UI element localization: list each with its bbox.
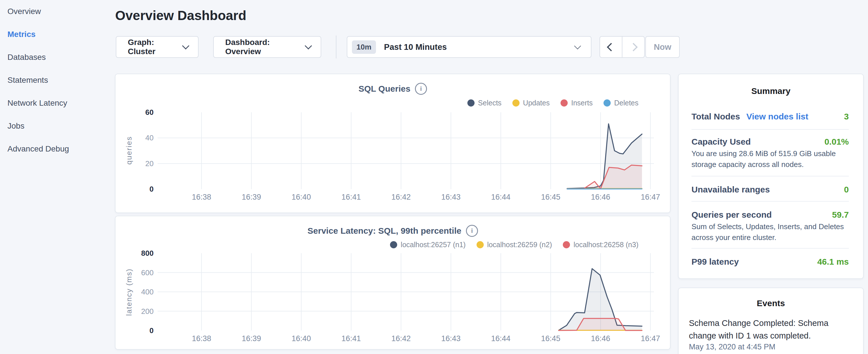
x-tick-label: 16:39 bbox=[234, 334, 269, 343]
legend-dot-icon bbox=[563, 241, 570, 248]
sidebar-item-jobs[interactable]: Jobs bbox=[0, 115, 115, 137]
prev-range-button[interactable] bbox=[600, 37, 622, 57]
legend-dot-icon bbox=[390, 241, 397, 248]
chart-legend: localhost:26257 (n1)localhost:26259 (n2)… bbox=[390, 240, 639, 249]
x-tick-label: 16:41 bbox=[334, 334, 368, 343]
legend-dot-icon bbox=[560, 99, 568, 106]
x-tick-label: 16:44 bbox=[484, 334, 518, 343]
summary-row-unavailable: Unavailable ranges0 bbox=[691, 183, 849, 196]
events-title: Events bbox=[679, 298, 863, 308]
now-button[interactable]: Now bbox=[645, 36, 680, 58]
x-tick-label: 16:42 bbox=[384, 193, 418, 202]
sidebar: OverviewMetricsDatabasesStatementsNetwor… bbox=[0, 0, 115, 160]
summary-row-qps: Queries per second59.7 bbox=[691, 208, 849, 221]
x-tick-label: 16:43 bbox=[434, 193, 468, 202]
summary-row-total-nodes: Total NodesView nodes list3 bbox=[691, 110, 849, 123]
y-tick-label: 0 bbox=[116, 326, 154, 335]
y-tick-label: 40 bbox=[116, 133, 154, 142]
chart-plot-area[interactable] bbox=[158, 112, 654, 189]
sql-queries-chart-card: SQL Queries i SelectsUpdatesInsertsDelet… bbox=[115, 74, 671, 213]
summary-title: Summary bbox=[679, 86, 863, 96]
x-tick-label: 16:40 bbox=[284, 334, 318, 343]
x-tick-label: 16:46 bbox=[584, 193, 618, 202]
x-tick-label: 16:42 bbox=[384, 334, 418, 343]
events-panel: Events Schema Change Completed: Schema c… bbox=[678, 288, 864, 354]
sidebar-item-databases[interactable]: Databases bbox=[0, 46, 115, 69]
chart-title: SQL Queries bbox=[359, 84, 410, 94]
info-icon[interactable]: i bbox=[415, 83, 427, 95]
x-tick-label: 16:41 bbox=[334, 193, 368, 202]
total-nodes-label: Total Nodes bbox=[691, 112, 740, 121]
next-range-button[interactable] bbox=[622, 37, 644, 57]
y-tick-label: 20 bbox=[116, 159, 154, 168]
legend-item: Deletes bbox=[603, 99, 639, 107]
capacity-value: 0.01% bbox=[825, 135, 849, 148]
view-nodes-list-link[interactable]: View nodes list bbox=[746, 112, 808, 121]
y-tick-label: 800 bbox=[116, 249, 154, 258]
sidebar-item-network-latency[interactable]: Network Latency bbox=[0, 92, 115, 115]
chart-legend: SelectsUpdatesInsertsDeletes bbox=[467, 99, 639, 107]
legend-item: localhost:26257 (n1) bbox=[390, 240, 466, 249]
y-tick-label: 600 bbox=[116, 268, 154, 277]
graph-scope-label: Graph: Cluster bbox=[128, 38, 183, 56]
capacity-label: Capacity Used bbox=[691, 137, 751, 147]
summary-row-p99: P99 latency46.1 ms bbox=[691, 255, 849, 268]
x-tick-label: 16:47 bbox=[633, 334, 668, 343]
divider bbox=[691, 129, 849, 130]
legend-item: Selects bbox=[467, 99, 501, 107]
chevron-down-icon bbox=[574, 42, 581, 49]
sidebar-item-metrics[interactable]: Metrics bbox=[0, 23, 115, 46]
legend-dot-icon bbox=[603, 99, 611, 106]
graph-scope-dropdown[interactable]: Graph: Cluster bbox=[116, 36, 198, 58]
dashboard-dropdown[interactable]: Dashboard: Overview bbox=[213, 36, 321, 58]
summary-row-capacity: Capacity Used0.01% bbox=[691, 135, 849, 148]
y-tick-label: 200 bbox=[116, 307, 154, 316]
time-nav-group bbox=[599, 36, 645, 58]
chevron-right-icon bbox=[629, 43, 638, 51]
divider bbox=[691, 248, 849, 249]
page-title: Overview Dashboard bbox=[115, 8, 246, 23]
x-tick-label: 16:38 bbox=[184, 193, 219, 202]
chevron-down-icon bbox=[182, 42, 189, 49]
unavailable-ranges-value: 0 bbox=[844, 183, 849, 196]
chevron-left-icon bbox=[607, 43, 615, 51]
p99-latency-value: 46.1 ms bbox=[817, 255, 849, 268]
x-tick-label: 16:40 bbox=[284, 193, 318, 202]
legend-dot-icon bbox=[513, 99, 520, 106]
service-latency-chart-card: Service Latency: SQL, 99th percentile i … bbox=[115, 216, 671, 350]
x-tick-label: 16:39 bbox=[234, 193, 269, 202]
legend-item: localhost:26258 (n3) bbox=[563, 240, 639, 249]
controls-divider bbox=[336, 35, 336, 58]
time-range-picker[interactable]: 10m Past 10 Minutes bbox=[347, 36, 591, 58]
time-range-label: Past 10 Minutes bbox=[384, 42, 575, 52]
legend-dot-icon bbox=[476, 241, 484, 248]
info-icon[interactable]: i bbox=[466, 225, 478, 237]
qps-value: 59.7 bbox=[832, 208, 849, 221]
chevron-down-icon bbox=[305, 42, 312, 49]
sidebar-item-overview[interactable]: Overview bbox=[0, 0, 115, 23]
y-tick-label: 0 bbox=[116, 185, 154, 194]
chart-plot-area[interactable] bbox=[158, 253, 654, 330]
capacity-description: You are using 28.6 MiB of 515.9 GiB usab… bbox=[691, 148, 859, 170]
time-range-badge: 10m bbox=[352, 40, 376, 54]
sidebar-item-statements[interactable]: Statements bbox=[0, 69, 115, 92]
y-tick-label: 60 bbox=[116, 108, 154, 117]
legend-item: localhost:26259 (n2) bbox=[476, 240, 552, 249]
qps-label: Queries per second bbox=[691, 210, 772, 219]
x-tick-label: 16:45 bbox=[534, 193, 568, 202]
x-tick-label: 16:38 bbox=[184, 334, 219, 343]
event-message[interactable]: Schema Change Completed: Schema change w… bbox=[689, 317, 838, 342]
chart-title: Service Latency: SQL, 99th percentile bbox=[308, 226, 461, 236]
summary-panel: Summary Total NodesView nodes list3 Capa… bbox=[678, 74, 864, 279]
unavailable-ranges-label: Unavailable ranges bbox=[691, 185, 770, 194]
divider bbox=[691, 176, 849, 176]
x-tick-label: 16:43 bbox=[434, 334, 468, 343]
p99-latency-label: P99 latency bbox=[691, 257, 739, 266]
legend-dot-icon bbox=[467, 99, 474, 106]
sidebar-item-advanced-debug[interactable]: Advanced Debug bbox=[0, 137, 115, 160]
x-tick-label: 16:44 bbox=[484, 193, 518, 202]
db-console-page: OverviewMetricsDatabasesStatementsNetwor… bbox=[0, 0, 868, 354]
x-tick-label: 16:46 bbox=[584, 334, 618, 343]
x-tick-label: 16:47 bbox=[633, 193, 668, 202]
qps-description: Sum of Selects, Updates, Inserts, and De… bbox=[691, 221, 859, 243]
